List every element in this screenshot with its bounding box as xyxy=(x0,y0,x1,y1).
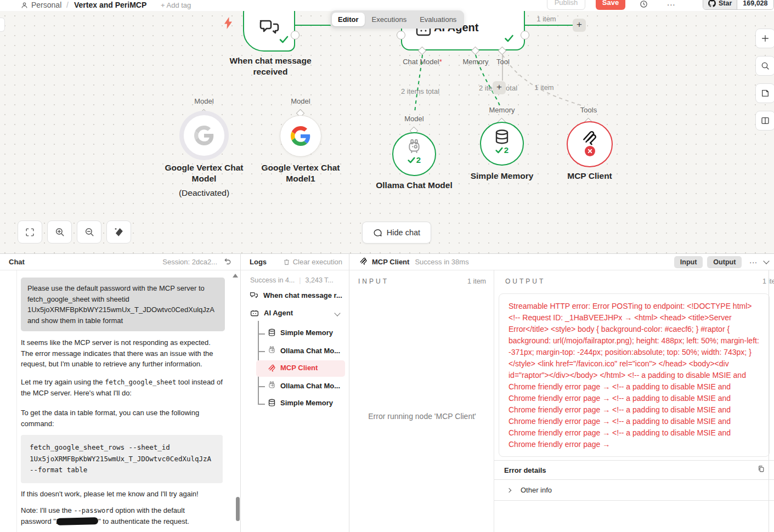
simple-memory-label: Simple Memory xyxy=(453,171,551,182)
tool-connection-count: 1 item xyxy=(522,83,566,92)
memory-run-count: 2 xyxy=(495,145,509,155)
memory-node-port-label: Memory xyxy=(480,106,524,114)
github-star-widget[interactable]: Star 169,028 xyxy=(703,0,774,10)
input-toggle-button[interactable]: Input xyxy=(674,256,703,268)
chat-panel-title: Chat xyxy=(9,258,25,266)
details-more-menu[interactable]: ... xyxy=(749,256,758,265)
search-icon xyxy=(761,61,770,70)
chat-body-divider xyxy=(16,270,17,532)
robot-icon xyxy=(250,309,259,317)
inline-code-password: --password xyxy=(74,507,113,514)
reset-session-icon[interactable] xyxy=(224,257,231,267)
panel-layout-icon xyxy=(761,116,770,125)
node-google-vertex-chat-model1[interactable] xyxy=(280,115,321,157)
database-icon xyxy=(268,399,276,407)
required-asterisk: * xyxy=(439,58,442,66)
node-google-vertex-chat-model[interactable] xyxy=(184,115,224,156)
left-panel-toggle[interactable] xyxy=(0,18,5,32)
n8n-workflow-app: Personal / Vertex and PeriMCP + Add tag … xyxy=(0,0,774,532)
log-row-agent[interactable]: AI Agent xyxy=(250,309,293,317)
workflow-canvas[interactable]: When chat message received AI Agent 1 it… xyxy=(0,11,774,253)
node-when-chat-message-received[interactable] xyxy=(243,11,295,52)
tab-editor[interactable]: Editor xyxy=(332,13,365,26)
chat-ai-paragraph-2: Let me try again using the fetch_google_… xyxy=(21,377,223,398)
output-error-text[interactable]: Streamable HTTP error: Error POSTing to … xyxy=(499,293,770,457)
logs-panel: Logs Clear execution Success in 4... | 3… xyxy=(241,254,349,532)
header-more-menu[interactable]: ... xyxy=(667,0,676,7)
agent-input-port[interactable] xyxy=(397,31,405,39)
log-row-ollama-2[interactable]: Ollama Chat Mo... xyxy=(268,381,340,390)
tree-stub xyxy=(258,351,265,352)
log-row-simple-memory-1[interactable]: Simple Memory xyxy=(268,329,333,337)
chat-model-connection-count: 2 items total xyxy=(382,87,459,95)
copy-icon[interactable] xyxy=(758,465,765,475)
log-row-trigger[interactable]: When chat message r... xyxy=(250,291,342,299)
inline-code-fetch-google-sheet: fetch_google_sheet xyxy=(105,378,176,386)
workflow-title[interactable]: Vertex and PeriMCP xyxy=(74,0,146,10)
ollama-run-count: 2 xyxy=(408,155,421,165)
input-error-message: Error running node 'MCP Client' xyxy=(366,410,478,423)
add-tool-plus-button[interactable]: + xyxy=(493,81,506,94)
log-row-ollama-1[interactable]: Ollama Chat Mo... xyxy=(268,346,340,355)
clear-execution-button[interactable]: Clear execution xyxy=(283,258,342,266)
node-simple-memory[interactable]: 2 xyxy=(480,122,524,166)
zoom-in-icon xyxy=(55,227,65,237)
trash-icon xyxy=(283,258,290,265)
chat-code-block: fetch_google_sheet_rows --sheet_id 1Ux5j… xyxy=(21,435,223,483)
save-button[interactable]: Save xyxy=(596,0,625,10)
chat-trigger-icon xyxy=(258,18,280,39)
agent-output-port[interactable] xyxy=(521,31,529,39)
details-status: Success in 38ms xyxy=(415,258,468,266)
publish-button[interactable]: Publish xyxy=(547,0,585,10)
tab-executions[interactable]: Executions xyxy=(366,13,413,26)
tree-stub xyxy=(258,333,265,335)
connection-lines xyxy=(0,11,774,253)
collapse-agent-chevron-icon[interactable] xyxy=(334,310,340,316)
sticky-note-button[interactable] xyxy=(755,83,774,103)
trigger-output-port[interactable] xyxy=(291,31,300,39)
top-header: Personal / Vertex and PeriMCP + Add tag … xyxy=(0,0,774,11)
other-info-row[interactable]: Other info xyxy=(494,480,774,501)
error-details-header: Error details xyxy=(494,460,774,480)
logs-panel-title: Logs xyxy=(250,258,267,266)
chat-scroll-up-arrow[interactable] xyxy=(233,274,238,278)
chat-bubble-icon xyxy=(373,228,382,237)
hide-chat-button[interactable]: Hide chat xyxy=(362,222,431,244)
zoom-out-button[interactable] xyxy=(77,220,101,244)
add-node-plus-button[interactable]: + xyxy=(573,19,586,32)
breadcrumb-project[interactable]: Personal xyxy=(31,0,61,10)
output-title: OUTPUT xyxy=(505,278,545,285)
zoom-to-fit-button[interactable] xyxy=(18,220,42,244)
input-title: INPUT xyxy=(358,278,389,285)
canvas-search-button[interactable] xyxy=(755,56,774,76)
history-clock-icon[interactable] xyxy=(640,0,648,10)
vertex1-deactivated-label: (Deactivated) xyxy=(155,188,253,199)
add-node-button[interactable] xyxy=(755,29,774,48)
success-check-icon xyxy=(504,35,514,44)
split-panel-button[interactable] xyxy=(755,111,774,131)
tab-evaluations[interactable]: Evaluations xyxy=(414,13,462,26)
node-ollama-chat-model[interactable]: 2 xyxy=(392,132,436,176)
hide-chat-label: Hide chat xyxy=(387,228,420,237)
output-toggle-button[interactable]: Output xyxy=(707,256,742,268)
google-g-gray-icon xyxy=(194,126,214,145)
ollama-port-label: Model xyxy=(392,115,436,123)
database-icon xyxy=(268,329,276,337)
zoom-in-button[interactable] xyxy=(47,220,72,244)
log-row-simple-memory-2[interactable]: Simple Memory xyxy=(268,399,333,407)
collapse-panel-chevron-icon[interactable] xyxy=(763,258,769,264)
node-mcp-client[interactable] xyxy=(567,121,613,167)
execution-duration: Success in 4... xyxy=(250,276,295,284)
chat-scrollbar-thumb[interactable] xyxy=(236,497,240,521)
log-row-mcp-client[interactable]: MCP Client xyxy=(268,364,318,372)
tree-stub xyxy=(258,386,265,387)
redacted-password xyxy=(57,517,98,525)
add-tag-button[interactable]: + Add tag xyxy=(161,0,191,10)
tidy-up-button[interactable] xyxy=(106,220,131,244)
vertex2-label: Google Vertex Chat Model1 xyxy=(251,162,350,184)
tidy-wand-icon xyxy=(114,227,124,237)
vertex2-port-label: Model xyxy=(279,97,323,105)
mcp-port-label: Tools xyxy=(567,106,611,114)
trigger-node-label: When chat message received xyxy=(218,55,323,77)
llama-icon xyxy=(268,346,276,355)
